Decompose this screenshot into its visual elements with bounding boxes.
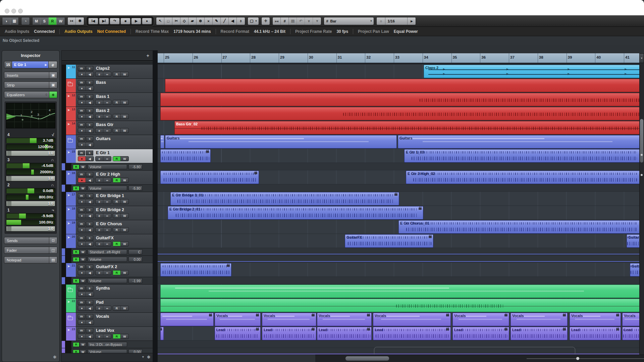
folder-track-row-synths[interactable]: msSynths●◀ — [62, 285, 153, 299]
event-e-gtr-bridge-2-01[interactable]: E Gtr Bridge 2_01 — [168, 206, 423, 220]
go-next-marker-button[interactable]: ▶I — [99, 18, 109, 24]
automation-write-button[interactable]: W — [79, 342, 86, 347]
solo-button[interactable]: s — [86, 122, 93, 127]
automation-read-button[interactable]: R — [73, 165, 79, 169]
edit-channel-button[interactable]: e — [96, 114, 103, 119]
solo-button[interactable]: s — [86, 264, 93, 269]
solo-button[interactable]: s — [86, 66, 93, 71]
automation-parameter-label[interactable]: Standard...eft-Right — [88, 249, 127, 254]
event-vocals[interactable]: Vocals — [452, 313, 509, 326]
metronome-button[interactable]: ◔ — [21, 17, 30, 25]
event[interactable] — [160, 327, 164, 340]
e q-band-3-gain-slider[interactable]: -4.5dB — [6, 163, 55, 169]
audio-track-row-guitarfx[interactable]: ➤20msGuitarFX●◀e∞RW — [62, 234, 153, 248]
event-guitarfx[interactable]: GuitarFX — [345, 234, 433, 248]
eq-band-4-freq-slider[interactable]: 12000Hz — [6, 144, 55, 150]
solo-button[interactable]: s — [86, 150, 93, 156]
audio-track-row-e-gtr-chorus[interactable]: ➤19msE Gtr Chorus●◀e∞RW — [62, 220, 153, 234]
event[interactable] — [160, 93, 642, 106]
edit-channel-button[interactable]: e — [96, 306, 103, 310]
notepad-section-bar[interactable]: Notepad ▤ — [4, 256, 57, 263]
event[interactable] — [160, 313, 214, 326]
monitor-button[interactable]: ◀ — [86, 242, 94, 246]
automation-lane-row[interactable]: RWVolume0.00 — [62, 256, 153, 263]
record-enable-button[interactable]: ● — [78, 178, 86, 182]
event-lead[interactable]: Lead — [215, 327, 261, 340]
edit-channel-button[interactable]: e — [96, 228, 103, 232]
event-vocals[interactable]: Vocals — [511, 313, 568, 326]
punch-button-1[interactable]: ✱ — [76, 17, 84, 25]
monitor-button[interactable]: ◀ — [86, 320, 94, 324]
strip-bypass-icon[interactable]: ▣ — [49, 82, 57, 88]
audio-track-row-e-gtr-1[interactable]: ➤15msE Gtr 1●◀e∞RW — [62, 149, 153, 163]
vertical-scrollbar[interactable] — [639, 53, 644, 355]
write-automation-button[interactable]: W — [121, 214, 128, 218]
edit-channel-button[interactable]: e — [96, 242, 103, 246]
read-automation-button[interactable]: R — [113, 334, 121, 339]
read-automation-button[interactable]: R — [113, 100, 121, 105]
eq-band-3-q-slider[interactable]: 1.0 — [6, 176, 55, 181]
mute-button[interactable]: m — [78, 300, 85, 305]
read-automation-button[interactable]: R — [113, 306, 121, 310]
event[interactable] — [160, 171, 259, 184]
read-automation-button[interactable]: R — [113, 214, 121, 218]
edit-channel-button[interactable]: e — [96, 270, 103, 275]
automation-value[interactable]: 0.00 — [128, 257, 143, 262]
minimize-window-icon[interactable] — [11, 9, 16, 13]
mute-button[interactable]: m — [78, 328, 85, 333]
solo-button[interactable]: s — [86, 108, 93, 113]
edit-channel-button[interactable]: e — [96, 157, 103, 161]
fader-section-bar[interactable]: Fader ◫ — [4, 247, 57, 254]
event-bass-gtr-02[interactable]: Bass Gtr_02 — [174, 121, 642, 134]
event-lead[interactable]: Lead — [511, 327, 568, 340]
edit-channel-button[interactable]: e — [96, 334, 103, 339]
automation-value[interactable]: 0.00 — [128, 349, 143, 353]
monitor-button[interactable]: ◀ — [86, 114, 94, 119]
read-automation-button[interactable]: R — [113, 72, 121, 76]
event-vocals[interactable]: Vocals — [215, 313, 261, 326]
edit-channel-button[interactable]: e — [96, 128, 103, 133]
solo-button[interactable]: s — [86, 328, 93, 333]
e q-band-4-gain-slider[interactable]: 3.7dB — [6, 138, 55, 143]
record-enable-button[interactable]: ● — [78, 270, 86, 275]
record-enable-button[interactable]: ● — [78, 128, 86, 133]
sends-icon[interactable]: ⊡ — [49, 237, 57, 244]
scroll-corner-button[interactable]: ▼ — [639, 53, 644, 63]
record-enable-button[interactable]: ● — [78, 214, 86, 218]
mute-button[interactable]: m — [78, 286, 85, 291]
monitor-button[interactable]: ◀ — [86, 157, 94, 161]
strip-section-bar[interactable]: Strip ▣ — [4, 81, 57, 88]
folder-track-row-bass[interactable]: msBass●◀ — [62, 79, 153, 93]
sends-section-bar[interactable]: Sends ⊡ — [4, 237, 57, 244]
event-vocals[interactable]: Vocals — [570, 313, 621, 326]
global-r-button[interactable]: R — [49, 17, 57, 25]
zoom-slider-handle[interactable] — [576, 357, 579, 360]
automation-lane-row[interactable]: RWStandard...eft-RightC — [62, 248, 153, 256]
mute-button[interactable]: m — [78, 66, 85, 71]
record-enable-button[interactable]: ● — [78, 320, 86, 324]
solo-button[interactable]: s — [86, 300, 93, 305]
write-automation-button[interactable]: W — [121, 114, 128, 119]
read-automation-button[interactable]: R — [113, 199, 121, 204]
automation-write-button[interactable]: W — [79, 257, 86, 262]
record-enable-button[interactable]: ● — [78, 157, 86, 161]
read-automation-button[interactable]: R — [113, 128, 121, 133]
vertical-scroll-thumb[interactable] — [640, 119, 643, 163]
monitor-button[interactable]: ◀ — [86, 199, 94, 204]
automation-value[interactable]: -5.80 — [128, 186, 143, 191]
event-vocals[interactable]: Vocals — [317, 313, 372, 326]
event-lead[interactable]: Lead — [262, 327, 316, 340]
read-automation-button[interactable]: R — [113, 178, 121, 182]
record-enable-button[interactable]: ● — [78, 306, 86, 310]
automation-parameter-label[interactable]: Ins.:3:Di...on-Bypass — [88, 342, 127, 347]
event-lead[interactable]: Lead — [570, 327, 621, 340]
event[interactable] — [160, 135, 164, 148]
audio-track-row-bass-2[interactable]: ➤13msBass 2●◀e∞RW — [62, 107, 153, 121]
record-enable-button[interactable]: ● — [78, 228, 86, 232]
write-automation-button[interactable]: W — [121, 228, 128, 232]
status-item-audio-outputs[interactable]: Audio OutputsNot Connected — [60, 29, 130, 34]
event-guitars[interactable]: Guitars — [165, 135, 397, 148]
folder-track-row-vocals[interactable]: msVocals●◀ — [62, 313, 153, 327]
record-button[interactable]: ● — [142, 18, 152, 24]
audio-track-row-e-gtr-bridge-1[interactable]: ➤17msE Gtr Bridge 1●◀e∞RW — [62, 192, 153, 206]
